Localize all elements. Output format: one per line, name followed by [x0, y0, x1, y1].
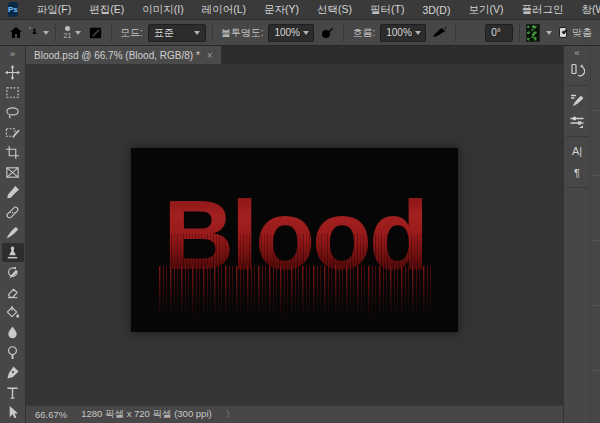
chevron-down-icon [303, 31, 309, 35]
crop-tool[interactable] [2, 143, 24, 162]
brush-preview-icon: 21 [64, 26, 72, 39]
healing-brush-tool[interactable] [2, 203, 24, 222]
menu-bar: Ps 파일(F) 편집(E) 이미지(I) 레이어(L) 문자(Y) 선택(S)… [0, 0, 600, 20]
pen-tool[interactable] [2, 363, 24, 382]
history-panel-icon[interactable] [566, 61, 588, 81]
type-tool[interactable] [2, 383, 24, 402]
object-selection-tool[interactable] [2, 123, 24, 142]
dodge-tool[interactable] [2, 343, 24, 362]
divider [111, 24, 112, 42]
stamp-tool[interactable] [2, 243, 24, 262]
document-area: Blood.psd @ 66.7% (Blood, RGB/8) * × Blo… [26, 46, 563, 423]
svg-text:*: * [29, 27, 31, 32]
marquee-tool[interactable] [2, 83, 24, 102]
flow-input[interactable]: 100% [380, 24, 426, 42]
document-canvas[interactable]: Blood [131, 148, 458, 332]
blood-drips-effect [159, 266, 431, 324]
eyedropper-tool[interactable] [2, 183, 24, 202]
chevron-down-icon [75, 31, 81, 35]
airbrush-icon[interactable] [429, 22, 449, 44]
dock-expand-icon[interactable]: « [574, 46, 579, 60]
path-selection-tool[interactable] [2, 403, 24, 422]
tools-panel: » [0, 46, 26, 423]
menu-file[interactable]: 파일(F) [28, 0, 80, 20]
menu-plugins[interactable]: 플러그인 [512, 0, 572, 20]
flow-label: 흐름: [352, 26, 375, 40]
brush-settings-panel-icon[interactable] [566, 90, 588, 110]
tool-options-bar: * 21 모드: 표준 불투명도: 100% 흐름: [0, 20, 600, 46]
collapsed-dock-edge[interactable] [590, 46, 600, 423]
menu-layer[interactable]: 레이어(L) [193, 0, 255, 20]
brush-tool[interactable] [2, 223, 24, 242]
brush-size-value: 21 [64, 32, 72, 39]
menu-select[interactable]: 선택(S) [308, 0, 361, 20]
chevron-down-icon [43, 31, 49, 35]
opacity-input[interactable]: 100% [268, 24, 314, 42]
aligned-checkbox[interactable] [559, 27, 567, 38]
divider [212, 24, 213, 42]
divider [519, 24, 520, 42]
lasso-tool[interactable] [2, 103, 24, 122]
canvas-pasteboard[interactable]: Blood [26, 64, 563, 405]
frame-tool[interactable] [2, 163, 24, 182]
menu-view[interactable]: 보기(V) [459, 0, 512, 20]
photoshop-window: Ps 파일(F) 편집(E) 이미지(I) 레이어(L) 문자(Y) 선택(S)… [0, 0, 600, 423]
divider [455, 24, 456, 42]
document-tab-bar: Blood.psd @ 66.7% (Blood, RGB/8) * × [26, 46, 563, 64]
divider [566, 187, 588, 188]
workspace: » [0, 46, 600, 423]
history-brush-tool[interactable] [2, 263, 24, 282]
paint-bucket-tool[interactable] [2, 303, 24, 322]
pressure-opacity-icon[interactable] [317, 22, 337, 44]
menu-type[interactable]: 문자(Y) [255, 0, 308, 20]
aligned-label: 맞춤 [572, 26, 592, 40]
blur-tool[interactable] [2, 323, 24, 342]
toggle-brush-settings-icon[interactable] [85, 22, 105, 44]
character-panel-icon[interactable]: A| [566, 141, 588, 161]
blend-mode-value: 표준 [154, 26, 174, 40]
paragraph-panel-icon[interactable]: ¶ [566, 163, 588, 183]
angle-value: 0° [491, 27, 501, 38]
opacity-label: 불투명도: [221, 26, 264, 40]
blend-mode-dropdown[interactable]: 표준 [148, 24, 206, 42]
menu-edit[interactable]: 편집(E) [80, 0, 133, 20]
divider [566, 85, 588, 86]
document-tab-title: Blood.psd @ 66.7% (Blood, RGB/8) * [34, 50, 200, 61]
move-tool[interactable] [2, 63, 24, 82]
opacity-value: 100% [274, 27, 300, 38]
angle-icon [462, 22, 482, 44]
toolbar-collapse-icon[interactable]: » [10, 46, 15, 62]
chevron-down-icon [415, 31, 421, 35]
document-size-info: 1280 픽셀 x 720 픽셀 (300 ppi) [81, 408, 211, 421]
divider [55, 24, 56, 42]
chevron-down-icon [194, 31, 200, 35]
menu-window[interactable]: 창(W) [572, 0, 600, 20]
panel-dock-icons: « A| ¶ [564, 46, 590, 423]
document-tab[interactable]: Blood.psd @ 66.7% (Blood, RGB/8) * × [26, 46, 221, 64]
zoom-level-field[interactable]: 66.67% [35, 409, 67, 420]
brushes-panel-icon[interactable] [566, 112, 588, 132]
eraser-tool[interactable] [2, 283, 24, 302]
angle-input[interactable]: 0° [485, 24, 512, 42]
chevron-down-icon[interactable] [546, 31, 552, 35]
brush-preset-picker[interactable]: 21 [62, 22, 82, 44]
panel-dock: « A| ¶ [563, 46, 600, 423]
close-icon[interactable]: × [207, 50, 213, 61]
status-bar: 66.67% 1280 픽셀 x 720 픽셀 (300 ppi) 〉 [26, 405, 563, 423]
pattern-swatch[interactable] [526, 24, 541, 42]
menu-3d[interactable]: 3D(D) [413, 0, 459, 20]
divider [566, 136, 588, 137]
tool-preset-pattern-stamp-icon[interactable]: * [29, 22, 49, 44]
check-icon [562, 29, 568, 35]
photoshop-logo-icon: Ps [8, 2, 18, 17]
home-icon[interactable] [6, 22, 26, 44]
mode-label: 모드: [120, 26, 143, 40]
flow-value: 100% [386, 27, 412, 38]
divider [343, 24, 344, 42]
menu-filter[interactable]: 필터(T) [361, 0, 413, 20]
menu-image[interactable]: 이미지(I) [133, 0, 192, 20]
status-chevron-icon[interactable]: 〉 [226, 408, 235, 421]
